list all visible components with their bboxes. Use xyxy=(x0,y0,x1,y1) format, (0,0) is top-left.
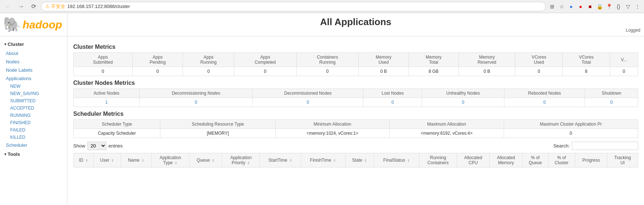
sort-name-icon: ⇕ xyxy=(141,159,144,162)
col-application-type: ApplicationType ⇕ xyxy=(152,153,190,167)
col-maximum-allocation: Maximum Allocation xyxy=(390,120,504,129)
entries-label: entries xyxy=(109,143,123,149)
back-button[interactable]: ← xyxy=(3,3,13,11)
val-apps-submitted: 0 xyxy=(74,67,133,76)
col-lost-nodes: Lost Nodes xyxy=(363,89,422,98)
val-memory-reserved: 0 B xyxy=(458,67,515,76)
val-vcores-reserved: 0 xyxy=(610,67,638,76)
extension-icon-6[interactable]: {} xyxy=(615,3,622,10)
scheduler-metrics-table: Scheduler Type Scheduling Resource Type … xyxy=(73,119,638,138)
extension-icon-2[interactable]: ● xyxy=(577,3,584,10)
val-minimum-allocation: <memory:1024, vCores:1> xyxy=(275,129,389,138)
sidebar-item-new-saving[interactable]: NEW_SAVING xyxy=(0,90,67,97)
val-max-cluster-app: 0 xyxy=(504,129,638,138)
sidebar-item-failed[interactable]: FAILED xyxy=(0,126,67,134)
col-vcores-reserved: V... xyxy=(610,53,638,67)
sidebar: ▾ Cluster About Nodes Node Labels Applic… xyxy=(0,36,67,205)
tools-section-header[interactable]: ▾ Tools xyxy=(0,149,67,159)
col-minimum-allocation: Minimum Allocation xyxy=(275,120,389,129)
page-title-area: All Applications xyxy=(67,13,644,36)
browser-chrome: ← → ⟳ ⚠ 不安全 192.168.157.122:8088/cluster… xyxy=(0,0,644,13)
cluster-metrics-row: 0 0 0 0 0 0 B 8 GB 0 B 0 8 0 xyxy=(74,67,638,76)
val-rebooted-nodes: 0 xyxy=(504,98,585,107)
entries-select[interactable]: 10 20 25 50 100 xyxy=(87,142,106,150)
val-apps-running: 0 xyxy=(183,67,234,76)
logged-in-label: Logged xyxy=(626,28,640,33)
bookmark-icon[interactable]: ☆ xyxy=(558,3,565,10)
cluster-arrow-icon: ▾ xyxy=(4,42,6,46)
col-rebooted-nodes: Rebooted Nodes xyxy=(504,89,585,98)
col-memory-reserved: MemoryReserved xyxy=(458,53,515,67)
sidebar-item-applications[interactable]: Applications xyxy=(0,74,67,83)
sidebar-item-accepted[interactable]: ACCEPTED xyxy=(0,105,67,112)
tools-section-label: Tools xyxy=(8,151,20,157)
applications-table: ID ⇕ User ⇕ Name ⇕ ApplicationType ⇕ Que… xyxy=(73,153,638,167)
hadoop-elephant-icon: 🐘 xyxy=(3,16,21,33)
val-decommissioning-nodes: 0 xyxy=(140,98,253,107)
page-title: All Applications xyxy=(70,16,641,28)
col-user: User ⇕ xyxy=(94,153,121,167)
col-memory-used: MemoryUsed xyxy=(359,53,409,67)
col-tracking-ui: TrackingUI xyxy=(607,153,638,167)
address-bar[interactable]: ⚠ 不安全 192.168.157.122:8088/cluster xyxy=(41,2,546,11)
entries-bar: Show 10 20 25 50 100 entries Search: xyxy=(73,142,638,150)
col-memory-total: MemoryTotal xyxy=(409,53,458,67)
val-scheduler-type: Capacity Scheduler xyxy=(74,129,160,138)
sidebar-item-running[interactable]: RUNNING xyxy=(0,112,67,119)
col-decommissioned-nodes: Decommissioned Nodes xyxy=(253,89,363,98)
val-scheduling-resource-type: [MEMORY] xyxy=(160,129,276,138)
extension-icon-5[interactable]: 📍 xyxy=(605,3,613,10)
sidebar-item-scheduler[interactable]: Scheduler xyxy=(0,141,67,149)
extension-icon-4[interactable]: 🔒 xyxy=(596,3,603,10)
sidebar-item-finished[interactable]: FINISHED xyxy=(0,119,67,126)
col-running-containers: RunningContainers xyxy=(419,153,457,167)
browser-toolbar: ⊞ ☆ ● ● ■ 🔒 📍 {} ▽ ⋮ xyxy=(549,3,641,10)
col-scheduler-type: Scheduler Type xyxy=(74,120,160,129)
extension-icon-1[interactable]: ● xyxy=(567,3,575,10)
security-indicator: ⚠ 不安全 xyxy=(45,3,65,10)
extension-icon-3[interactable]: ■ xyxy=(586,3,594,10)
cluster-metrics-table: AppsSubmitted AppsPending AppsRunning Ap… xyxy=(73,52,638,76)
search-input[interactable] xyxy=(572,142,638,150)
val-vcores-total: 8 xyxy=(563,67,610,76)
col-apps-submitted: AppsSubmitted xyxy=(74,53,133,67)
val-vcores-used: 0 xyxy=(515,67,563,76)
val-memory-total: 8 GB xyxy=(409,67,458,76)
sidebar-item-new[interactable]: NEW xyxy=(0,83,67,90)
scheduler-metrics-header: Scheduler Metrics xyxy=(73,111,638,117)
sort-starttime-icon: ⇕ xyxy=(289,159,292,162)
col-unhealthy-nodes: Unhealthy Nodes xyxy=(422,89,504,98)
col-max-cluster-app: Maximum Cluster Application Pr xyxy=(504,120,638,129)
translate-icon[interactable]: ⊞ xyxy=(549,3,556,10)
col-apps-running: AppsRunning xyxy=(183,53,234,67)
col-allocated-memory: AllocatedMemory xyxy=(489,153,522,167)
val-lost-nodes: 0 xyxy=(363,98,422,107)
val-active-nodes: 1 xyxy=(74,98,140,107)
val-decommissioned-nodes: 0 xyxy=(253,98,363,107)
val-apps-pending: 0 xyxy=(132,67,183,76)
search-bar: Search: xyxy=(553,142,638,150)
show-label: Show xyxy=(73,143,85,149)
top-bar: 🐘 hadoop All Applications xyxy=(0,13,644,36)
menu-icon[interactable]: ⋮ xyxy=(634,3,641,10)
col-pct-queue: % ofQueue xyxy=(522,153,548,167)
col-vcores-used: VCoresUsed xyxy=(515,53,563,67)
sidebar-item-killed[interactable]: KILLED xyxy=(0,134,67,141)
sidebar-item-about[interactable]: About xyxy=(0,49,67,58)
val-containers-running: 0 xyxy=(296,67,359,76)
tools-arrow-icon: ▾ xyxy=(4,152,6,156)
sort-finishtime-icon: ⇕ xyxy=(333,159,336,162)
cluster-section-header[interactable]: ▾ Cluster xyxy=(0,39,67,49)
col-apps-completed: AppsCompleted xyxy=(234,53,296,67)
sidebar-item-nodes[interactable]: Nodes xyxy=(0,58,67,66)
sort-apptype-icon: ⇕ xyxy=(175,161,177,165)
sidebar-item-node-labels[interactable]: Node Labels xyxy=(0,66,67,74)
cluster-nodes-header: Cluster Nodes Metrics xyxy=(73,80,638,86)
forward-button[interactable]: → xyxy=(16,3,26,11)
sort-priority-icon: ⇕ xyxy=(247,161,250,165)
cluster-nodes-table: Active Nodes Decommissioning Nodes Decom… xyxy=(73,88,638,107)
reload-button[interactable]: ⟳ xyxy=(29,2,38,11)
col-finish-time: FinishTime ⇕ xyxy=(301,153,345,167)
extension-icon-7[interactable]: ▽ xyxy=(624,3,632,10)
sidebar-item-submitted[interactable]: SUBMITTED xyxy=(0,97,67,105)
